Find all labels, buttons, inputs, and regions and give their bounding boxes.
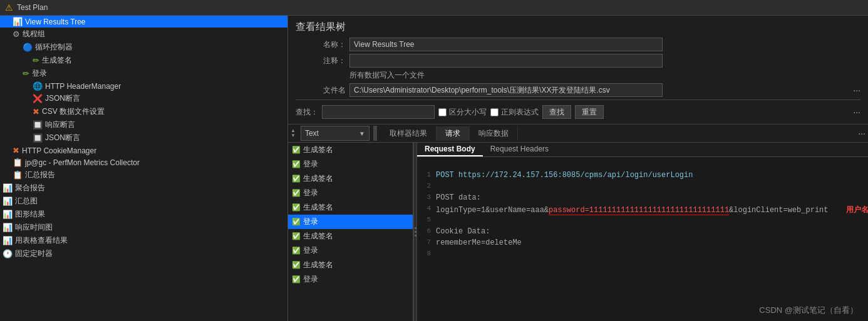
result-item-8[interactable]: ✅生成签名	[288, 258, 413, 272]
code-line-8: 8	[417, 250, 868, 261]
reset-button[interactable]: 重置	[575, 105, 604, 119]
tab-response-data[interactable]: 响应数据	[470, 126, 518, 141]
result-item-2[interactable]: ✅生成签名	[288, 171, 413, 186]
tree-item-summary-graph[interactable]: 📊汇总图	[0, 195, 287, 208]
tree-item-graph-result[interactable]: 📊图形结果	[0, 208, 287, 221]
result-item-4[interactable]: ✅生成签名	[288, 200, 413, 215]
comment-input[interactable]	[349, 54, 663, 68]
sub-tab-request-headers[interactable]: Request Headers	[483, 143, 556, 156]
title-icon: ⚠	[5, 3, 13, 13]
case-sensitive-checkbox[interactable]	[438, 108, 447, 116]
result-label-9: 登录	[303, 274, 318, 285]
tree-item-login[interactable]: ✏登录	[0, 67, 287, 80]
result-icon-9: ✅	[292, 275, 301, 283]
main-layout: 📊View Results Tree⚙线程组🔵循环控制器✏生成签名✏登录🌐HTT…	[0, 16, 868, 321]
tree-item-thread-group[interactable]: ⚙线程组	[0, 28, 287, 41]
sub-tab-bar: Request BodyRequest Headers	[417, 143, 868, 157]
tree-label-json-assert-2: JSON断言	[45, 133, 80, 143]
tabs-section: ▲ ▼ Text ▼ 取样器结果请求响应数据 ··· ✅生成签名✅登录✅生成签名…	[288, 125, 868, 321]
result-item-7[interactable]: ✅登录	[288, 243, 413, 258]
tree-item-fixed-timer[interactable]: 🕐固定定时器	[0, 247, 287, 260]
line-number-2: 2	[417, 182, 436, 190]
tree-icon-http-cookie: ✖	[13, 146, 19, 155]
search-more-btn[interactable]: ···	[853, 107, 860, 117]
scroll-down-arrow[interactable]: ▼	[291, 133, 296, 138]
line-content-7: rememberMe=deleteMe	[436, 238, 868, 247]
sep-dot-2	[415, 231, 416, 233]
tree-label-gen-sign-1: 生成签名	[42, 55, 72, 66]
result-item-5[interactable]: ✅登录	[288, 215, 413, 229]
tree-icon-response-time-graph: 📊	[3, 223, 13, 232]
result-label-6: 生成签名	[303, 231, 333, 242]
tree-icon-aggregate-report: 📊	[3, 183, 13, 193]
tab-sample-result[interactable]: 取样器结果	[381, 126, 437, 141]
tab-request[interactable]: 请求	[437, 126, 470, 141]
tree-item-aggregate-report[interactable]: 📊聚合报告	[0, 181, 287, 195]
search-button[interactable]: 查找	[542, 105, 571, 119]
tree-icon-json-assert-2: 🔲	[33, 133, 43, 143]
result-icon-8: ✅	[292, 261, 301, 269]
tree-item-resp-assert[interactable]: 🔲响应断言	[0, 118, 287, 131]
result-item-1[interactable]: ✅登录	[288, 157, 413, 171]
line-number-4: 4	[417, 205, 436, 212]
result-icon-5: ✅	[292, 218, 301, 226]
result-item-0[interactable]: ✅生成签名	[288, 143, 413, 157]
tree-item-perfmon[interactable]: 📋jp@gc - PerfMon Metrics Collector	[0, 156, 287, 168]
case-sensitive-checkbox-row[interactable]: 区分大小写	[438, 107, 487, 118]
code-line-2: 2	[417, 182, 868, 193]
code-lines-container: 1POST https://172.24.157.156:8085/cpms/a…	[417, 171, 868, 261]
tree-icon-resp-assert: 🔲	[33, 120, 43, 130]
result-item-9[interactable]: ✅登录	[288, 272, 413, 287]
tree-icon-gen-sign-1: ✏	[33, 56, 39, 65]
dropdown-label: Text	[305, 129, 319, 138]
line-content-1: POST https://172.24.157.156:8085/cpms/ap…	[436, 171, 868, 180]
tree-icon-table-view: 📊	[3, 236, 13, 245]
tree-icon-fixed-timer: 🕐	[3, 249, 13, 258]
result-icon-7: ✅	[292, 247, 301, 255]
line-number-1: 1	[417, 171, 436, 178]
tree-label-login: 登录	[32, 68, 47, 79]
tree-icon-summary-graph: 📊	[3, 196, 13, 206]
tree-item-loop-controller[interactable]: 🔵循环控制器	[0, 41, 287, 54]
title-bar: ⚠ Test Plan	[0, 0, 868, 16]
tree-item-http-cookie[interactable]: ✖HTTP CookieManager	[0, 145, 287, 156]
tree-item-json-assert-1[interactable]: ❌JSON断言	[0, 92, 287, 105]
file-name-input[interactable]	[349, 83, 663, 97]
tree-item-summary-report[interactable]: 📋汇总报告	[0, 168, 287, 181]
tree-item-response-time-graph[interactable]: 📊响应时间图	[0, 221, 287, 234]
file-more-btn[interactable]: ···	[853, 85, 860, 95]
name-input[interactable]	[349, 38, 663, 51]
search-input[interactable]	[322, 105, 435, 119]
code-line-1: 1POST https://172.24.157.156:8085/cpms/a…	[417, 171, 868, 182]
regex-checkbox-row[interactable]: 正则表达式	[490, 107, 539, 118]
sub-tab-request-body[interactable]: Request Body	[417, 143, 483, 156]
tree-icon-json-assert-1: ❌	[33, 94, 43, 103]
sub-tabs: Request BodyRequest Headers	[417, 143, 556, 156]
tree-item-gen-sign-1[interactable]: ✏生成签名	[0, 54, 287, 67]
result-label-1: 登录	[303, 159, 318, 170]
regex-checkbox[interactable]	[490, 108, 499, 116]
content-area: Request BodyRequest Headers 1POST https:…	[417, 143, 868, 321]
tree-item-view-results-tree[interactable]: 📊View Results Tree	[0, 16, 287, 28]
line-content-4: loginType=1&userName=aaa&password=111111…	[436, 205, 868, 215]
tree-label-aggregate-report: 聚合报告	[15, 183, 45, 193]
name-label: 名称：	[296, 39, 346, 50]
tree-icon-csv-data: ✖	[33, 107, 39, 116]
code-area: 1POST https://172.24.157.156:8085/cpms/a…	[417, 157, 868, 321]
right-header: 查看结果树 名称： 注释： 所有数据写入一个文件 文件名 ···	[288, 16, 868, 125]
tree-item-table-view[interactable]: 📊用表格查看结果	[0, 234, 287, 247]
tree-item-http-header-manager[interactable]: 🌐HTTP HeaderManager	[0, 80, 287, 92]
result-item-6[interactable]: ✅生成签名	[288, 229, 413, 243]
tree-label-http-header-manager: HTTP HeaderManager	[45, 82, 121, 91]
result-list-container: ✅生成签名✅登录✅生成签名✅登录✅生成签名✅登录✅生成签名✅登录✅生成签名✅登录	[288, 143, 413, 287]
tabs-more-btn[interactable]: ···	[858, 128, 865, 138]
tree-item-csv-data[interactable]: ✖CSV 数据文件设置	[0, 105, 287, 118]
tree-icon-login: ✏	[23, 69, 29, 78]
top-tabs-row: ▲ ▼ Text ▼ 取样器结果请求响应数据 ···	[288, 125, 868, 143]
name-row: 名称：	[296, 38, 860, 51]
text-dropdown[interactable]: Text ▼	[301, 126, 369, 141]
tree-item-json-assert-2[interactable]: 🔲JSON断言	[0, 131, 287, 145]
result-item-3[interactable]: ✅登录	[288, 186, 413, 200]
tree-icon-loop-controller: 🔵	[23, 43, 33, 52]
tree-label-response-time-graph: 响应时间图	[15, 222, 53, 233]
